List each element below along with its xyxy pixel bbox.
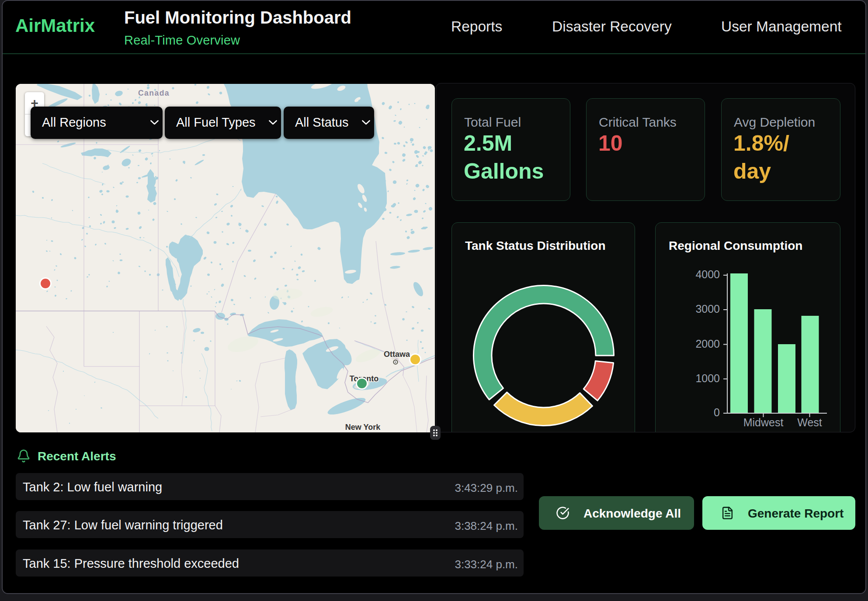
svg-text:West: West [797, 416, 822, 428]
svg-text:0: 0 [714, 406, 720, 418]
svg-text:Canada: Canada [138, 89, 170, 97]
svg-text:1000: 1000 [695, 372, 720, 384]
svg-text:Ottawa: Ottawa [384, 350, 410, 359]
svg-text:Midwest: Midwest [743, 416, 784, 428]
svg-text:New York: New York [345, 423, 381, 432]
svg-text:3000: 3000 [695, 303, 720, 315]
svg-text:2000: 2000 [695, 338, 720, 350]
svg-text:4000: 4000 [695, 268, 720, 280]
